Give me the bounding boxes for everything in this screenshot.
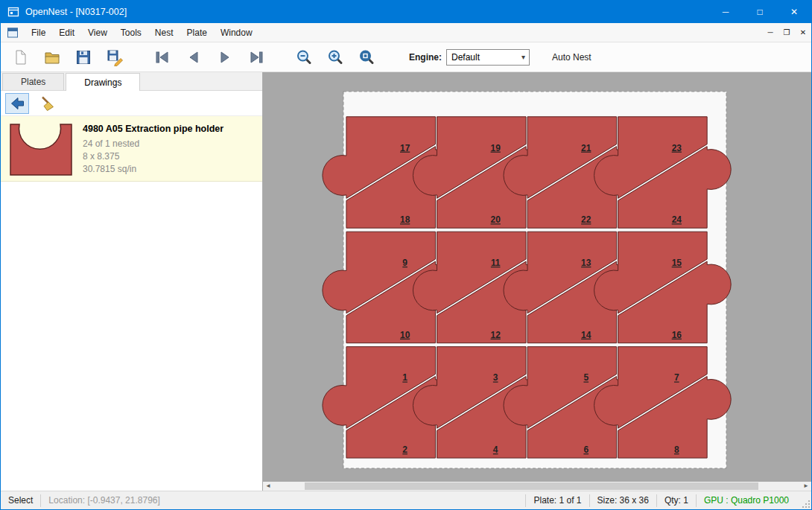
broom-icon <box>38 95 56 112</box>
open-button[interactable] <box>41 46 63 68</box>
mdi-close-button[interactable]: ✕ <box>795 25 811 41</box>
minimize-icon: ─ <box>723 7 729 17</box>
part-number-label: 2 <box>402 444 407 455</box>
document-window-icon <box>7 27 19 39</box>
status-qty: Qty: 1 <box>657 495 696 506</box>
part-number-label: 7 <box>674 372 679 383</box>
nesting-svg[interactable]: 171819202122232491011121314151612345678 <box>263 72 811 482</box>
status-bar: Select Location: [-0.9437, 21.8796] Plat… <box>1 491 811 509</box>
maximize-button[interactable]: □ <box>743 1 777 23</box>
mdi-close-icon: ✕ <box>800 28 806 36</box>
title-bar: OpenNest - [N0317-002] ─ □ ✕ <box>1 1 811 23</box>
horizontal-scrollbar[interactable]: ◄ ► <box>263 482 811 491</box>
mdi-minimize-icon: ─ <box>767 28 773 36</box>
save-icon <box>74 48 92 66</box>
menu-window[interactable]: Window <box>214 25 259 41</box>
part-number-label: 17 <box>400 143 410 153</box>
last-plate-button[interactable] <box>245 46 267 68</box>
part-number-label: 9 <box>402 258 407 268</box>
save-button[interactable] <box>72 46 95 68</box>
part-number-label: 3 <box>493 372 498 383</box>
menu-plate[interactable]: Plate <box>180 25 214 41</box>
status-size: Size: 36 x 36 <box>590 495 656 506</box>
main-toolbar: Engine: Default ▾ Auto Nest <box>1 42 811 72</box>
part-number-label: 24 <box>672 214 682 225</box>
menu-bar: File Edit View Tools Nest Plate Window ─… <box>1 23 811 42</box>
blue-arrow-left-icon <box>8 95 26 112</box>
status-gpu: GPU : Quadro P1000 <box>697 495 796 506</box>
first-plate-button[interactable] <box>151 46 174 68</box>
canvas-wrap: 171819202122232491011121314151612345678 … <box>263 72 811 491</box>
content-area: Plates Drawings <box>1 72 811 491</box>
save-edit-icon <box>106 48 124 66</box>
drawing-list-item[interactable]: 4980 A05 Extraction pipe holder 24 of 1 … <box>1 116 262 182</box>
menu-edit[interactable]: Edit <box>52 25 81 41</box>
close-button[interactable]: ✕ <box>777 1 811 23</box>
part-number-label: 19 <box>491 143 501 153</box>
part-thumbnail <box>7 121 75 177</box>
app-icon <box>7 6 19 18</box>
save-edit-button[interactable] <box>104 46 126 68</box>
zoom-in-button[interactable] <box>324 46 346 68</box>
part-number-label: 11 <box>491 258 501 268</box>
menu-view[interactable]: View <box>81 25 114 41</box>
mdi-restore-icon: ❐ <box>784 28 790 36</box>
clean-button[interactable] <box>35 93 59 114</box>
part-number-label: 23 <box>672 143 682 153</box>
engine-select[interactable]: Default ▾ <box>446 49 530 66</box>
menu-tools[interactable]: Tools <box>114 25 148 41</box>
engine-label: Engine: <box>409 52 442 63</box>
drawing-dimensions: 8 x 8.375 <box>83 150 223 163</box>
mdi-restore-button[interactable]: ❐ <box>778 25 795 41</box>
import-drawing-button[interactable] <box>5 93 29 114</box>
nav-previous-icon <box>185 48 203 66</box>
app-window: OpenNest - [N0317-002] ─ □ ✕ File Edit V… <box>0 0 812 510</box>
zoom-out-button[interactable] <box>293 46 315 68</box>
part-number-label: 6 <box>583 444 589 455</box>
previous-plate-button[interactable] <box>183 46 205 68</box>
open-folder-icon <box>43 48 61 66</box>
nav-next-icon <box>216 48 234 66</box>
tab-plates[interactable]: Plates <box>2 73 64 90</box>
scrollbar-thumb[interactable] <box>305 482 758 490</box>
auto-nest-button[interactable]: Auto Nest <box>546 48 597 66</box>
part-number-label: 12 <box>491 330 501 340</box>
part-number-label: 10 <box>400 330 410 340</box>
window-title: OpenNest - [N0317-002] <box>25 7 127 17</box>
new-button[interactable] <box>10 46 32 68</box>
left-panel: Plates Drawings <box>1 72 263 491</box>
tab-drawings[interactable]: Drawings <box>66 73 140 91</box>
panel-tabstrip: Plates Drawings <box>1 72 262 91</box>
new-document-icon <box>12 48 30 66</box>
part-number-label: 15 <box>672 258 682 268</box>
scroll-left-button[interactable]: ◄ <box>263 482 273 491</box>
status-right-group: Plate: 1 of 1 Size: 36 x 36 Qty: 1 GPU :… <box>525 491 811 509</box>
part-number-label: 5 <box>583 372 589 383</box>
status-plate: Plate: 1 of 1 <box>526 495 589 506</box>
maximize-icon: □ <box>757 7 762 17</box>
part-number-label: 4 <box>493 444 498 455</box>
zoom-in-icon <box>326 48 344 66</box>
drawings-list-empty-space <box>1 182 262 491</box>
mdi-minimize-button[interactable]: ─ <box>762 25 778 41</box>
nav-first-icon <box>153 48 171 66</box>
part-number-label: 14 <box>581 330 591 340</box>
menu-file[interactable]: File <box>25 25 52 41</box>
part-number-label: 18 <box>400 214 410 225</box>
part-number-label: 20 <box>491 214 501 225</box>
next-plate-button[interactable] <box>214 46 236 68</box>
close-icon: ✕ <box>790 7 798 17</box>
scroll-right-button[interactable]: ► <box>801 482 811 491</box>
part-number-label: 21 <box>581 143 591 153</box>
part-number-label: 1 <box>402 372 407 383</box>
drawing-title: 4980 A05 Extraction pipe holder <box>83 124 223 134</box>
zoom-out-icon <box>295 48 313 66</box>
drawing-nested-count: 24 of 1 nested <box>83 138 223 150</box>
zoom-fit-icon <box>358 48 375 66</box>
menu-nest[interactable]: Nest <box>148 25 180 41</box>
resize-grip-icon[interactable] <box>799 497 811 509</box>
drawings-toolbar <box>1 91 262 116</box>
scrollbar-track[interactable] <box>273 482 801 491</box>
zoom-fit-button[interactable] <box>355 46 378 68</box>
minimize-button[interactable]: ─ <box>708 1 743 23</box>
